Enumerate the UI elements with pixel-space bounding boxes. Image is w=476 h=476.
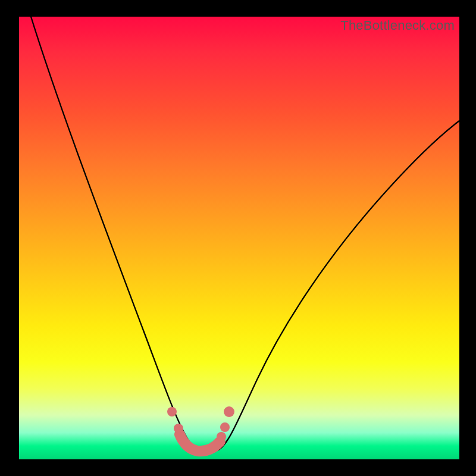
plot-area: TheBottleneck.com <box>19 17 459 459</box>
curve-bottom-highlight <box>180 434 220 451</box>
curve-svg <box>19 17 459 459</box>
marker-dot <box>167 407 177 416</box>
marker-dot <box>224 406 234 417</box>
marker-dot <box>220 422 230 432</box>
marker-dot <box>174 424 183 433</box>
bottleneck-curve <box>31 17 459 452</box>
marker-dot <box>217 432 226 441</box>
chart-frame: TheBottleneck.com <box>0 0 476 476</box>
